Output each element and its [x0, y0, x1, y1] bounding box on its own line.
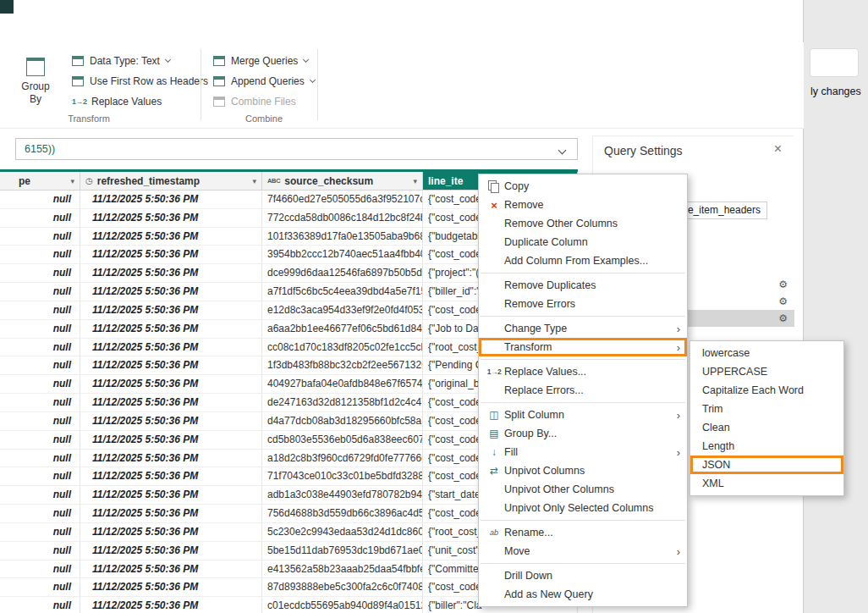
- cell-source-checksum[interactable]: 5be15d11dab76953dc19bd671ae017b8aa568d..…: [262, 542, 423, 560]
- context-menu-item[interactable]: 1→2 Replace Values... ›: [479, 362, 687, 381]
- cell-source-checksum[interactable]: 5c230e2c9943edaa53d24d1dc860fea7bf33cfa.…: [262, 523, 423, 541]
- cell-type[interactable]: null: [0, 301, 80, 319]
- cell-source-checksum[interactable]: 404927bafa04e0afdb848e67f65746700e6f0d1.…: [262, 375, 423, 393]
- cell-source-checksum[interactable]: 71f7043ce010c33c01be5bdfd3288e1aad3af83.…: [262, 467, 423, 485]
- cell-type[interactable]: null: [0, 394, 80, 411]
- context-menu-item[interactable]: ab Rename... ›: [479, 523, 687, 542]
- context-menu-item[interactable]: Move ›: [479, 542, 687, 561]
- cell-refreshed-timestamp[interactable]: 11/12/2025 5:50:36 PM: [80, 394, 262, 411]
- data-type-button[interactable]: Data Type: Text: [72, 52, 170, 69]
- cell-source-checksum[interactable]: de247163d32d8121358bf1d2c4c47c979dc925..…: [262, 394, 423, 411]
- context-menu-item[interactable]: ⇄ Unpivot Columns ›: [479, 461, 687, 480]
- filter-dropdown-icon[interactable]: ▾: [252, 177, 256, 185]
- submenu-item[interactable]: lowercase: [690, 344, 843, 362]
- submenu-item[interactable]: Trim: [690, 400, 843, 418]
- close-icon[interactable]: ×: [774, 141, 782, 157]
- submenu-item[interactable]: XML: [690, 474, 843, 493]
- context-menu-item[interactable]: ◫ Split Column ›: [479, 406, 687, 424]
- append-queries-button[interactable]: Append Queries: [213, 73, 315, 90]
- group-by-button[interactable]: Group By: [15, 51, 56, 117]
- cell-type[interactable]: null: [0, 597, 80, 613]
- context-menu-item[interactable]: Add as New Query ›: [479, 585, 687, 604]
- cell-refreshed-timestamp[interactable]: 11/12/2025 5:50:36 PM: [80, 505, 262, 522]
- cell-source-checksum[interactable]: cd5b803e5536eb05d6a838eec60748174bd913..…: [262, 431, 423, 449]
- cell-type[interactable]: null: [0, 505, 80, 522]
- cell-source-checksum[interactable]: e413562a58b23aaab25daa54fbbfe675223259..…: [262, 561, 423, 578]
- cell-type[interactable]: null: [0, 209, 80, 227]
- cell-type[interactable]: null: [0, 191, 80, 208]
- cell-source-checksum[interactable]: c01ecdcb55695ab940d89f4a015122cbd98bdb..…: [262, 597, 423, 613]
- filter-dropdown-icon[interactable]: ▾: [70, 177, 74, 185]
- formula-bar-expand-button[interactable]: [555, 141, 569, 157]
- cell-type[interactable]: null: [0, 246, 80, 263]
- cell-refreshed-timestamp[interactable]: 11/12/2025 5:50:36 PM: [80, 412, 262, 430]
- cell-refreshed-timestamp[interactable]: 11/12/2025 5:50:36 PM: [80, 356, 262, 374]
- context-menu-item[interactable]: ↓ Fill ›: [479, 443, 687, 461]
- cell-type[interactable]: null: [0, 356, 80, 374]
- merge-queries-button[interactable]: Merge Queries: [213, 52, 308, 69]
- cell-type[interactable]: null: [0, 542, 80, 560]
- cell-refreshed-timestamp[interactable]: 11/12/2025 5:50:36 PM: [80, 486, 262, 504]
- cell-refreshed-timestamp[interactable]: 11/12/2025 5:50:36 PM: [80, 191, 262, 208]
- cell-source-checksum[interactable]: 7f4660ed27e505055d6a3f952107ccea8483c1a.…: [262, 191, 423, 208]
- replace-values-button[interactable]: 1→2 Replace Values: [72, 93, 162, 110]
- cell-type[interactable]: null: [0, 375, 80, 393]
- cell-source-checksum[interactable]: 772ccda58db0086c184d12bc8f24b6395d768c..…: [262, 209, 423, 227]
- cell-refreshed-timestamp[interactable]: 11/12/2025 5:50:36 PM: [80, 228, 262, 246]
- cell-type[interactable]: null: [0, 486, 80, 504]
- formula-bar[interactable]: 6155)): [15, 138, 578, 160]
- cell-source-checksum[interactable]: 87d893888ebe5c300fa2c6c0f7408d860b19b4d.…: [262, 578, 423, 596]
- context-menu-item[interactable]: Unpivot Other Columns ›: [479, 480, 687, 499]
- formula-text[interactable]: 6155)): [25, 143, 555, 155]
- submenu-item[interactable]: Length: [690, 437, 843, 456]
- cell-type[interactable]: null: [0, 450, 80, 467]
- cell-type[interactable]: null: [0, 561, 80, 578]
- submenu-item[interactable]: Capitalize Each Word: [690, 381, 843, 400]
- cell-refreshed-timestamp[interactable]: 11/12/2025 5:50:36 PM: [80, 450, 262, 467]
- cell-refreshed-timestamp[interactable]: 11/12/2025 5:50:36 PM: [80, 264, 262, 282]
- cell-source-checksum[interactable]: a7f1df5c6bc5c4eea39dbd4a5e7f1558aafff44d…: [262, 283, 423, 301]
- cell-source-checksum[interactable]: 101f336389d17fa0e13505aba9b68e3f542932f.…: [262, 228, 423, 246]
- cell-source-checksum[interactable]: d4a77dcb08ab3d18295660bfc58a7ae6ec3b6e..…: [262, 412, 423, 430]
- cell-refreshed-timestamp[interactable]: 11/12/2025 5:50:36 PM: [80, 467, 262, 485]
- cell-type[interactable]: null: [0, 431, 80, 449]
- cell-type[interactable]: null: [0, 283, 80, 301]
- cell-type[interactable]: null: [0, 523, 80, 541]
- context-menu-item[interactable]: × Remove ›: [479, 196, 687, 214]
- submenu-item[interactable]: UPPERCASE: [690, 362, 843, 381]
- column-header-type[interactable]: pe ▾: [0, 172, 80, 190]
- context-menu-item[interactable]: ▤ Group By... ›: [479, 424, 687, 443]
- column-header-refreshed-timestamp[interactable]: ◷ refreshed_timestamp ▾: [80, 172, 262, 190]
- cell-type[interactable]: null: [0, 412, 80, 430]
- cell-type[interactable]: null: [0, 339, 80, 356]
- column-header-source-checksum[interactable]: ABC source_checksum ▾: [262, 172, 423, 190]
- cell-refreshed-timestamp[interactable]: 11/12/2025 5:50:36 PM: [80, 561, 262, 578]
- cell-type[interactable]: null: [0, 264, 80, 282]
- cell-type[interactable]: null: [0, 228, 80, 246]
- cell-refreshed-timestamp[interactable]: 11/12/2025 5:50:36 PM: [80, 375, 262, 393]
- context-menu-item[interactable]: Replace Errors... ›: [479, 381, 687, 400]
- cell-refreshed-timestamp[interactable]: 11/12/2025 5:50:36 PM: [80, 339, 262, 356]
- cell-refreshed-timestamp[interactable]: 11/12/2025 5:50:36 PM: [80, 301, 262, 319]
- context-menu-item[interactable]: Duplicate Column ›: [479, 233, 687, 251]
- apply-changes-partial[interactable]: ly changes: [810, 86, 861, 97]
- gear-icon[interactable]: ⚙: [778, 295, 788, 307]
- cell-refreshed-timestamp[interactable]: 11/12/2025 5:50:36 PM: [80, 283, 262, 301]
- cell-refreshed-timestamp[interactable]: 11/12/2025 5:50:36 PM: [80, 320, 262, 338]
- gear-icon[interactable]: ⚙: [778, 312, 788, 324]
- cell-refreshed-timestamp[interactable]: 11/12/2025 5:50:36 PM: [80, 523, 262, 541]
- cell-refreshed-timestamp[interactable]: 11/12/2025 5:50:36 PM: [80, 246, 262, 263]
- submenu-item[interactable]: Clean: [690, 418, 843, 437]
- cell-source-checksum[interactable]: a6aa2bb1ee46677ef06c5bd61d84660eaa8ae4..…: [262, 320, 423, 338]
- cell-refreshed-timestamp[interactable]: 11/12/2025 5:50:36 PM: [80, 431, 262, 449]
- submenu-item[interactable]: JSON: [690, 456, 843, 474]
- cell-refreshed-timestamp[interactable]: 11/12/2025 5:50:36 PM: [80, 597, 262, 613]
- cell-type[interactable]: null: [0, 320, 80, 338]
- cell-source-checksum[interactable]: cc08c1d70c183df8205c02fe1cc5cb51c0fbba76…: [262, 339, 423, 356]
- use-first-row-as-headers-button[interactable]: Use First Row as Headers: [72, 73, 218, 90]
- context-menu-item[interactable]: Remove Duplicates ›: [479, 276, 687, 295]
- context-menu-item[interactable]: Transform ›: [479, 338, 687, 356]
- cell-source-checksum[interactable]: a18d2c8b3f960cd6729fd0fe77766d2de7c7d32.…: [262, 450, 423, 467]
- context-menu-item[interactable]: Remove Other Columns ›: [479, 214, 687, 233]
- cell-refreshed-timestamp[interactable]: 11/12/2025 5:50:36 PM: [80, 578, 262, 596]
